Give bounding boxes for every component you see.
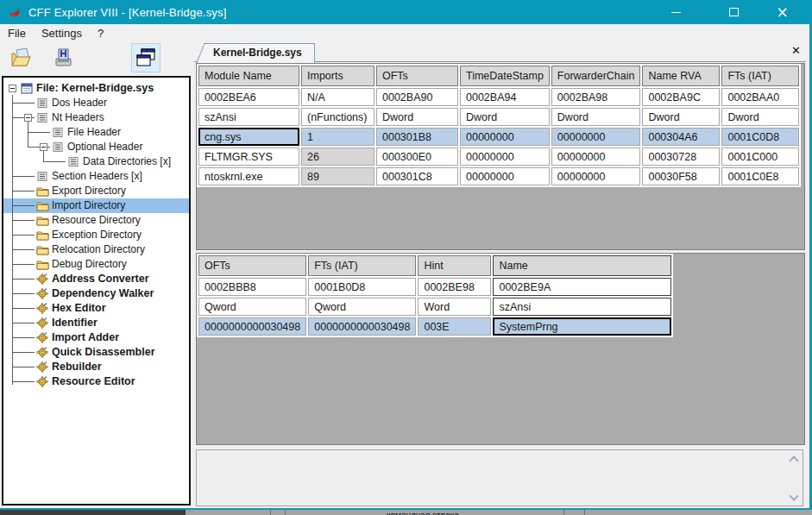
maximize-button[interactable]	[714, 0, 753, 24]
table-cell[interactable]: 0000000000030498	[198, 317, 306, 336]
menu-item-[interactable]: ?	[90, 25, 111, 41]
app-icon	[21, 83, 33, 94]
table-cell[interactable]: Dword	[551, 108, 641, 126]
table-cell[interactable]: 00030728	[642, 148, 720, 166]
scroll-up-icon[interactable]	[790, 455, 797, 462]
table-cell[interactable]: 26	[301, 148, 375, 166]
folder-icon	[36, 200, 48, 211]
imports-viewport: Module NameImportsOFTsTimeDateStampForwa…	[196, 63, 805, 250]
table-cell[interactable]: 0002BE9A	[493, 278, 671, 296]
folder-icon	[36, 215, 48, 226]
table-cell[interactable]: (nFunctions)	[301, 108, 375, 126]
tree-collapse-icon[interactable]	[9, 85, 16, 92]
table-cell[interactable]: Qword	[198, 298, 306, 316]
table-cell[interactable]: Qword	[308, 298, 416, 316]
table-cell[interactable]: 0001B0D8	[308, 278, 416, 296]
tree-connector-line	[12, 249, 35, 250]
minimize-button[interactable]	[657, 0, 696, 24]
tree-item-hex-editor[interactable]: Hex Editor	[3, 301, 189, 316]
table-cell[interactable]: 0002BA98	[551, 88, 641, 106]
tree-item-import-directory[interactable]: Import Directory	[3, 198, 189, 213]
background-window-strip[interactable]: командная строка	[0, 508, 812, 515]
table-cell[interactable]: Dword	[721, 108, 799, 126]
table-cell[interactable]: 000301B8	[376, 128, 458, 146]
open-file-button[interactable]	[7, 43, 36, 72]
table-cell[interactable]: 00000000	[551, 167, 641, 185]
table-cell[interactable]: 0001C0E8	[721, 167, 799, 185]
tree-item-quick-disassembler[interactable]: Quick Disassembler	[3, 345, 189, 360]
tree-item-file-header[interactable]: File Header	[3, 125, 189, 140]
table-cell[interactable]: 0002BAA0	[721, 88, 799, 106]
tree-item-export-directory[interactable]: Export Directory	[3, 184, 189, 198]
tree-item-file-kernel-bridge-sys[interactable]: File: Kernel-Bridge.sys	[3, 81, 189, 96]
table-cell[interactable]: Word	[418, 298, 491, 316]
table-cell[interactable]: cng.sys	[198, 128, 299, 146]
table-row: szAnsi(nFunctions)DwordDwordDwordDwordDw…	[198, 108, 799, 126]
table-cell[interactable]: 0002BA94	[460, 88, 550, 106]
close-icon: ×	[776, 5, 788, 20]
tree-connector-line	[12, 264, 35, 265]
tab-kernel-bridge[interactable]: Kernel-Bridge.sys	[205, 43, 315, 63]
table-cell[interactable]: 0002BBB8	[198, 278, 306, 296]
tree-collapse-icon[interactable]	[40, 143, 47, 151]
tree-item-exception-directory[interactable]: Exception Directory	[3, 228, 189, 242]
table-cell[interactable]: FLTMGR.SYS	[198, 148, 299, 166]
table-cell[interactable]: 000304A6	[642, 128, 720, 146]
tree-item-dos-header[interactable]: Dos Header	[3, 96, 189, 110]
table-cell[interactable]: 0001C000	[721, 148, 799, 166]
tool-icon	[36, 361, 48, 373]
info-panel	[196, 449, 803, 506]
tree-item-rebuilder[interactable]: Rebuilder	[3, 360, 189, 374]
table-cell[interactable]: Dword	[460, 108, 550, 126]
tree-item-resource-directory[interactable]: Resource Directory	[3, 213, 189, 228]
console-window-title[interactable]: командная строка	[387, 510, 459, 515]
tree-collapse-icon[interactable]	[24, 114, 32, 122]
tree-item-identifier[interactable]: Identifier	[3, 316, 189, 330]
table-cell[interactable]: Dword	[376, 108, 458, 126]
tree-item-relocation-directory[interactable]: Relocation Directory	[3, 242, 189, 257]
table-cell[interactable]: 00000000	[460, 167, 550, 185]
table-cell[interactable]: ntoskrnl.exe	[198, 167, 299, 185]
tree-item-debug-directory[interactable]: Debug Directory	[3, 257, 189, 272]
tree-item-label: File: Kernel-Bridge.sys	[36, 81, 154, 96]
tree-item-dependency-walker[interactable]: Dependency Walker	[3, 286, 189, 301]
windows-button[interactable]	[131, 43, 161, 72]
table-cell[interactable]: Dword	[642, 108, 720, 126]
table-cell[interactable]: 00000000	[551, 148, 641, 166]
table-cell[interactable]: szAnsi	[198, 108, 299, 126]
table-cell[interactable]: 0002BA90	[376, 88, 458, 106]
menu-item-file[interactable]: File	[0, 25, 34, 41]
table-cell[interactable]: szAnsi	[493, 298, 671, 316]
tab-close-icon[interactable]: ✕	[791, 45, 801, 57]
table-cell[interactable]: 0001C0D8	[721, 128, 799, 146]
table-cell[interactable]: 0002BEA6	[198, 88, 299, 106]
column-header-ofts: OFTs	[376, 66, 458, 86]
table-cell[interactable]: 89	[301, 167, 375, 185]
table-cell[interactable]: 003E	[418, 317, 491, 336]
table-cell[interactable]: 00000000	[460, 128, 550, 146]
menu-item-settings[interactable]: Settings	[34, 25, 90, 41]
close-button[interactable]: ×	[763, 0, 802, 24]
tree-item-resource-editor[interactable]: Resource Editor	[3, 374, 189, 389]
table-cell[interactable]: 00000000	[551, 128, 641, 146]
scroll-down-icon[interactable]	[790, 493, 797, 500]
table-cell[interactable]: 0000000000030498	[308, 317, 416, 336]
tree-connector-line	[12, 323, 35, 323]
table-cell[interactable]: 00030F58	[642, 167, 720, 185]
table-cell[interactable]: 1	[301, 128, 375, 146]
table-cell[interactable]: 00000000	[460, 148, 550, 166]
tree-item-section-headers-x[interactable]: Section Headers [x]	[3, 169, 189, 184]
table-cell[interactable]: N/A	[301, 88, 375, 106]
tree-item-address-converter[interactable]: Address Converter	[3, 272, 189, 286]
tree-item-import-adder[interactable]: Import Adder	[3, 330, 189, 345]
strip-divider	[563, 510, 564, 515]
tree-item-optional-header[interactable]: Optional Header	[3, 140, 189, 154]
table-cell[interactable]: 000300E0	[376, 148, 458, 166]
table-cell[interactable]: 0002BE98	[418, 278, 491, 296]
table-cell[interactable]: 000301C8	[376, 167, 458, 185]
save-file-button[interactable]	[48, 43, 78, 72]
tree-item-data-directories-x[interactable]: Data Directories [x]	[3, 154, 189, 169]
tree-item-nt-headers[interactable]: Nt Headers	[3, 110, 189, 125]
table-cell[interactable]: SystemPrng	[493, 317, 671, 336]
table-cell[interactable]: 0002BA9C	[642, 88, 720, 106]
